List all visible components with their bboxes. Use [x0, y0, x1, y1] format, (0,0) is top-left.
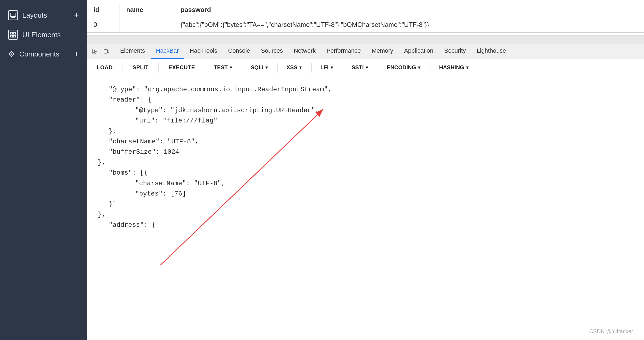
- sqli-dropdown-arrow: ▼: [264, 65, 269, 70]
- divider-4: [242, 63, 242, 73]
- load-button[interactable]: LOAD: [92, 62, 117, 73]
- sidebar-item-ui-elements[interactable]: UI Elements: [0, 25, 87, 45]
- sidebar-item-layouts-label: Layouts: [22, 11, 47, 20]
- device-toggle-button[interactable]: [102, 46, 111, 56]
- divider-6: [311, 63, 312, 73]
- col-id: id: [87, 3, 120, 17]
- col-name: name: [120, 3, 174, 17]
- divider-2: [158, 63, 159, 73]
- sidebar-item-layouts[interactable]: Layouts +: [0, 5, 87, 25]
- db-table: id name password 0 {"abc":{"bOM":{"bytes…: [87, 3, 644, 33]
- cell-id: 0: [87, 17, 120, 33]
- tab-network[interactable]: Network: [289, 44, 321, 59]
- execute-button[interactable]: EXECUTE: [164, 62, 199, 73]
- tab-hackbar[interactable]: HackBar: [151, 44, 184, 59]
- db-table-area: id name password 0 {"abc":{"bOM":{"bytes…: [87, 0, 644, 36]
- divider-1: [123, 63, 123, 73]
- sidebar: Layouts + UI Elements ⚙ Components +: [0, 0, 87, 340]
- tab-console[interactable]: Console: [223, 44, 255, 59]
- code-line-10: "charsetName": "UTF-8",: [120, 178, 633, 189]
- code-line-6: "charsetName": "UTF-8",: [109, 137, 633, 147]
- code-line-8: },: [98, 158, 633, 168]
- grid-icon: [8, 30, 18, 40]
- divider-9: [430, 63, 430, 73]
- tab-hacktools[interactable]: HackTools: [185, 44, 222, 59]
- inspect-element-button[interactable]: [90, 46, 99, 56]
- monitor-icon: [8, 10, 18, 20]
- grey-separator: [87, 36, 644, 44]
- table-row: 0 {"abc":{"bOM":{"bytes":"TA==","charset…: [87, 17, 644, 33]
- code-line-1: "@type": "org.apache.commons.io.input.Re…: [109, 84, 633, 95]
- code-line-14: "address": {: [109, 220, 633, 230]
- svg-rect-9: [107, 50, 109, 52]
- watermark: CSDN @Y4tacker: [589, 328, 633, 335]
- code-line-3: "@type": "jdk.nashorn.api.scripting.URLR…: [120, 105, 633, 116]
- encoding-dropdown-arrow: ▼: [417, 65, 421, 70]
- tab-lighthouse[interactable]: Lighthouse: [472, 44, 511, 59]
- encoding-dropdown[interactable]: ENCODING ▼: [383, 62, 425, 73]
- code-line-5: },: [109, 126, 633, 137]
- code-content-area: "@type": "org.apache.commons.io.input.Re…: [87, 76, 644, 340]
- divider-3: [205, 63, 205, 73]
- sqli-dropdown[interactable]: SQLI ▼: [248, 62, 272, 73]
- col-password: password: [174, 3, 644, 17]
- lfi-dropdown[interactable]: LFI ▼: [317, 62, 337, 73]
- sidebar-item-ui-elements-label: UI Elements: [22, 31, 61, 39]
- components-add-button[interactable]: +: [74, 49, 79, 59]
- svg-rect-7: [14, 35, 15, 37]
- split-button[interactable]: SPLIT: [128, 62, 153, 73]
- gear-icon: ⚙: [8, 50, 15, 59]
- test-dropdown-arrow: ▼: [229, 65, 233, 70]
- code-line-2: "reader": {: [109, 95, 633, 105]
- svg-rect-6: [11, 35, 12, 37]
- devtools-icon-group: [90, 46, 111, 56]
- hashing-dropdown-arrow: ▼: [465, 65, 470, 70]
- code-line-9: "boms": [{: [109, 168, 633, 178]
- tab-elements[interactable]: Elements: [115, 44, 150, 59]
- layouts-add-button[interactable]: +: [74, 11, 79, 20]
- code-line-12: }]: [109, 199, 633, 209]
- svg-rect-0: [10, 13, 16, 17]
- hackbar-toolbar: LOAD SPLIT EXECUTE TEST ▼ SQLI ▼ XSS ▼ L…: [87, 59, 644, 76]
- hashing-dropdown[interactable]: HASHING ▼: [436, 62, 473, 73]
- sidebar-item-components-label: Components: [19, 50, 59, 58]
- svg-rect-8: [104, 49, 107, 53]
- tab-sources[interactable]: Sources: [256, 44, 288, 59]
- main-area: id name password 0 {"abc":{"bOM":{"bytes…: [87, 0, 644, 340]
- svg-rect-4: [11, 32, 12, 34]
- tab-application[interactable]: Application: [399, 44, 438, 59]
- lfi-dropdown-arrow: ▼: [330, 65, 334, 70]
- tab-memory[interactable]: Memory: [367, 44, 398, 59]
- divider-7: [343, 63, 343, 73]
- code-line-4: "url": "file:///flag": [120, 116, 633, 126]
- tab-security[interactable]: Security: [439, 44, 471, 59]
- divider-5: [277, 63, 278, 73]
- divider-8: [378, 63, 378, 73]
- devtools-tab-bar: Elements HackBar HackTools Console Sourc…: [87, 44, 644, 59]
- code-line-11: "bytes": [76]: [120, 189, 633, 199]
- ssti-dropdown-arrow: ▼: [365, 65, 369, 70]
- code-line-13: },: [98, 210, 633, 220]
- ssti-dropdown[interactable]: SSTI ▼: [348, 62, 372, 73]
- tab-performance[interactable]: Performance: [322, 44, 366, 59]
- svg-rect-5: [14, 32, 15, 34]
- cell-password: {"abc":{"bOM":{"bytes":"TA==","charsetNa…: [174, 17, 644, 33]
- sidebar-item-components[interactable]: ⚙ Components +: [0, 45, 87, 64]
- xss-dropdown[interactable]: XSS ▼: [283, 62, 306, 73]
- code-line-7: "bufferSize": 1024: [109, 147, 633, 157]
- test-dropdown[interactable]: TEST ▼: [211, 62, 236, 73]
- cell-name: [120, 17, 174, 33]
- xss-dropdown-arrow: ▼: [298, 65, 303, 70]
